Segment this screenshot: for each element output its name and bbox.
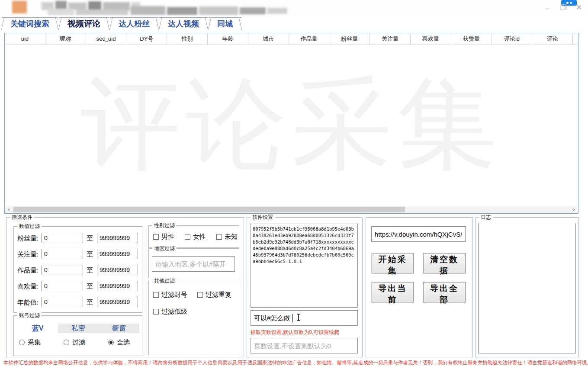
gender-filter-title: 性别过滤 [152,222,177,229]
log-output-area [478,223,576,353]
numeric-filter-label: 年龄值: [17,299,39,307]
numeric-filter-group: 数值过滤 粉丝量:至关注量:至作品量:至喜欢量:至年龄值:至 [13,226,142,313]
min-value-input[interactable] [42,281,83,291]
to-label: 至 [87,299,93,307]
tab-0[interactable]: 关键词搜索 [2,17,58,30]
other-filter-group: 其他过滤 过滤封号过滤重复过滤低级 [148,281,239,355]
account-filter-group: 账号过滤 蓝V私密橱窗 采集过滤全选 [13,315,142,356]
titlebar: – ❐ ✕ [0,0,588,15]
tab-3[interactable]: 达人视频 [159,17,208,30]
close-icon[interactable]: ✕ [574,3,584,13]
column-header: uid [5,33,45,45]
numeric-filter-label: 喜欢量: [17,283,39,291]
account-segment-control: 蓝V私密橱窗 [17,324,139,333]
min-value-input[interactable] [42,265,83,275]
scrollbar-thumb[interactable] [13,207,405,212]
segment-2[interactable]: 橱窗 [99,324,139,333]
page-count-input[interactable] [251,338,358,353]
tab-4[interactable]: 同城 [209,17,241,30]
checkbox-icon [153,309,159,315]
keyword-input[interactable] [251,310,358,326]
numeric-filter-row: 作品量:至 [14,265,142,277]
min-value-input[interactable] [42,297,83,307]
region-input[interactable] [152,256,235,272]
other-checkbox-1[interactable]: 过滤重复 [197,291,236,299]
radio-label: 采集 [28,338,41,347]
checkbox-label: 过滤重复 [206,291,231,299]
max-value-input[interactable] [97,297,138,307]
segment-1[interactable]: 私密 [58,324,99,333]
action-button-0[interactable]: 开始采集 [372,253,414,273]
filter-group-title: 筛选条件 [10,214,34,221]
other-checkbox-0[interactable]: 过滤封号 [153,291,197,299]
scroll-left-icon[interactable]: ‹ [5,206,13,213]
radio-circle-icon [108,340,114,345]
column-header: 性别 [167,33,208,45]
radio-label: 过滤 [72,338,85,347]
license-key-textarea[interactable]: 007952f5b5b741eb1ef95068a8d1b95e4d03b8a4… [251,224,358,308]
numeric-filter-label: 关注量: [17,250,39,259]
gender-checkbox-0[interactable]: 男性 [153,233,174,241]
max-value-input[interactable] [97,233,138,243]
action-button-3[interactable]: 导出全部 [423,282,466,302]
account-radio-group: 采集过滤全选 [19,338,130,347]
radio-1[interactable]: 过滤 [64,338,85,347]
horizontal-scrollbar: ‹ › [5,206,578,213]
max-value-input[interactable] [97,249,138,259]
column-header: 关注量 [370,33,411,45]
results-table: uid昵称sec_uidDY号性别年龄城市作品量粉丝量关注量喜欢量获赞量评论id… [4,33,578,214]
column-header: 评论时间 [573,33,578,45]
scroll-right-icon[interactable]: › [570,206,578,213]
column-header: 年龄 [208,33,248,45]
window-controls: – ❐ ✕ [543,3,584,13]
restore-icon[interactable]: ❐ [559,3,568,13]
tab-2[interactable]: 达人粉丝 [110,17,158,30]
text-caret [292,314,293,322]
radio-label: 全选 [117,338,130,347]
action-button-2[interactable]: 导出当前 [372,282,414,302]
min-value-input[interactable] [42,233,83,243]
scrollbar-track[interactable] [13,206,570,213]
radio-0[interactable]: 采集 [19,338,41,347]
actions-panel: 开始采集清空数据导出当前导出全部 [366,217,473,357]
column-header: 喜欢量 [411,33,451,45]
checkbox-label: 未知 [225,233,238,241]
page-count-hint: 抓取页数设置,默认页数为0,可设置续爬 [251,329,339,336]
column-header: sec_uid [86,33,127,45]
other-filter-title: 其他过滤 [152,277,177,285]
numeric-filter-row: 年龄值:至 [14,297,142,309]
gender-checkbox-2[interactable]: 未知 [216,233,238,241]
numeric-filter-label: 粉丝量: [17,234,39,243]
ibeam-cursor-icon [298,315,299,320]
account-filter-title: 账号过滤 [17,312,42,319]
log-title: 日志 [479,214,493,221]
region-filter-title: 地区过滤 [152,245,177,252]
checkbox-icon [216,234,222,240]
gender-checkbox-1[interactable]: 女性 [185,233,206,241]
checkbox-icon [153,292,159,298]
minimize-icon[interactable]: – [543,3,553,13]
column-header: 作品量 [289,33,330,45]
tab-1[interactable]: 视频评论 [59,17,109,30]
checkbox-label: 女性 [193,233,206,241]
to-label: 至 [87,266,93,275]
to-label: 至 [87,250,93,259]
segment-0[interactable]: 蓝V [17,324,58,333]
video-url-input[interactable] [371,226,466,242]
to-label: 至 [87,283,93,291]
action-button-1[interactable]: 清空数据 [423,253,466,273]
column-header: 城市 [248,33,289,45]
max-value-input[interactable] [97,281,138,291]
watermark-text: 评论采集 [5,45,578,206]
max-value-input[interactable] [97,265,138,275]
column-header: DY号 [126,33,167,45]
log-group: 日志 [475,217,579,357]
software-settings-group: 软件设置 007952f5b5b741eb1ef95068a8d1b95e4d0… [247,217,363,357]
action-buttons: 开始采集清空数据导出当前导出全部 [372,253,466,302]
min-value-input[interactable] [42,249,83,259]
region-filter-group: 地区过滤 [148,248,239,278]
checkbox-label: 男性 [161,233,174,241]
column-header: 粉丝量 [329,33,370,45]
radio-2[interactable]: 全选 [108,338,130,347]
other-checkbox-2[interactable]: 过滤低级 [153,308,238,316]
